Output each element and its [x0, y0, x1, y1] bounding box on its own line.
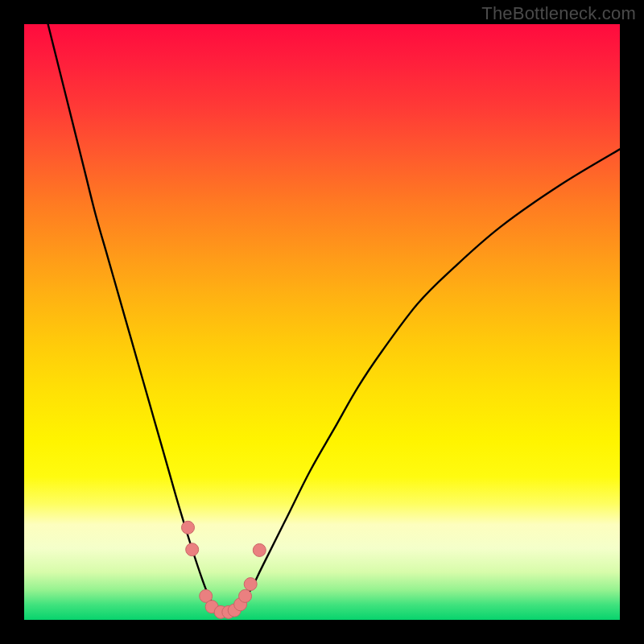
- watermark-label: TheBottleneck.com: [481, 3, 636, 24]
- highlight-dots: [182, 521, 266, 618]
- highlight-dot: [239, 589, 252, 602]
- curve-svg: [24, 24, 620, 620]
- highlight-dot: [186, 543, 199, 556]
- highlight-dot: [253, 543, 266, 556]
- highlight-dot: [182, 521, 195, 534]
- bottleneck-curve: [48, 24, 620, 613]
- chart-frame: TheBottleneck.com: [0, 0, 644, 644]
- highlight-dot: [244, 578, 257, 591]
- plot-area: [24, 24, 620, 620]
